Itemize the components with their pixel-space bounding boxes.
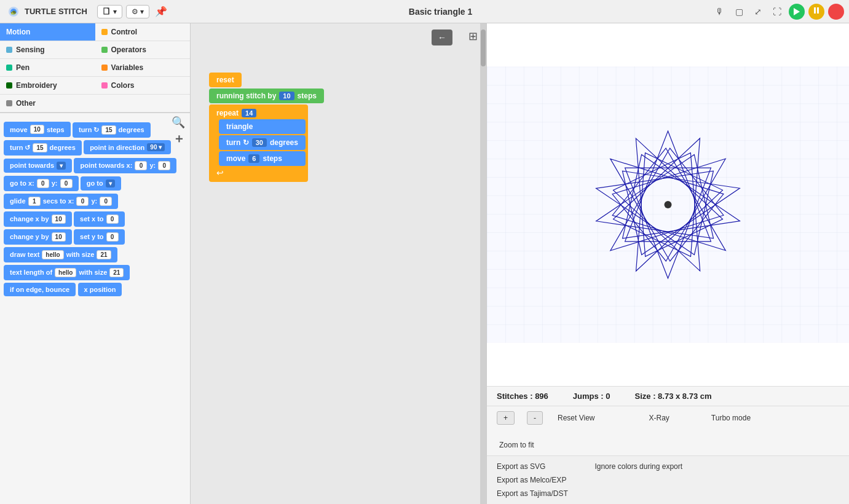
running-stitch-suffix: steps: [298, 92, 317, 100]
zoom-out-button[interactable]: -: [527, 411, 543, 425]
block-running-stitch[interactable]: running stitch by 10 steps: [209, 89, 324, 103]
cat-other[interactable]: Other: [0, 95, 190, 112]
back-button[interactable]: ←: [432, 30, 452, 45]
cat-other-dot: [6, 100, 12, 106]
scrollbar-track[interactable]: [480, 23, 486, 504]
play-button[interactable]: [789, 4, 805, 20]
export-svg-link[interactable]: Export as SVG: [497, 462, 545, 471]
play-icon: [794, 8, 800, 15]
triangle-label: triangle: [226, 122, 253, 131]
block-point-towards[interactable]: point towards ▾: [4, 159, 72, 173]
repeat-val: 14: [242, 109, 256, 117]
cat-other-label: Other: [16, 99, 36, 108]
mic-button[interactable]: 🎙: [712, 5, 728, 18]
block-go-to[interactable]: go to ▾: [81, 176, 121, 191]
pause-button[interactable]: [808, 4, 824, 20]
svg-point-23: [665, 201, 672, 208]
turn-suffix: degrees: [270, 138, 298, 147]
stop-button[interactable]: [828, 4, 844, 20]
move-script-suffix: steps: [263, 154, 282, 163]
cat-embroidery-label: Embroidery: [16, 81, 57, 90]
file-btn-label: ▾: [113, 7, 117, 16]
block-turn[interactable]: turn ↻ 30 degrees: [219, 135, 306, 150]
block-if-on-edge-bounce[interactable]: if on edge, bounce: [4, 283, 76, 296]
search-icon[interactable]: 🔍: [172, 116, 185, 129]
zoom-in-button[interactable]: +: [497, 411, 515, 425]
cat-control-label: Control: [111, 28, 138, 36]
export-row-2: Export as Melco/EXP: [497, 476, 839, 484]
settings-button[interactable]: ⚙ ▾: [126, 5, 149, 18]
block-set-y[interactable]: set y to 0: [74, 229, 125, 245]
fullscreen-button[interactable]: ⛶: [769, 5, 785, 18]
block-turn-left[interactable]: turn ↺ 15 degrees: [4, 140, 82, 156]
cat-control[interactable]: Control: [95, 23, 191, 41]
block-x-position[interactable]: x position: [78, 283, 122, 296]
cat-operators-label: Operators: [111, 45, 146, 54]
repeat-close: ↩: [211, 166, 306, 179]
block-reset[interactable]: reset: [209, 73, 242, 87]
block-text-length[interactable]: text length of hello with size 21: [4, 265, 130, 280]
zoom-fit-button[interactable]: Zoom to fit: [497, 439, 537, 451]
cat-colors[interactable]: Colors: [95, 77, 191, 95]
turn-label: turn ↻: [226, 138, 249, 147]
repeat-label: repeat: [216, 109, 239, 117]
resize-button[interactable]: ⤢: [751, 5, 765, 18]
script-blocks: reset running stitch by 10 steps repeat …: [209, 73, 324, 182]
block-change-x[interactable]: change x by 10: [4, 211, 72, 227]
block-glide[interactable]: glide 1 secs to x: 0 y: 0: [4, 194, 118, 209]
cat-embroidery[interactable]: Embroidery: [0, 77, 95, 95]
block-turn-right[interactable]: turn ↻ 15 degrees: [73, 122, 151, 138]
settings-btn-label: ⚙ ▾: [132, 7, 144, 16]
cat-variables[interactable]: Variables: [95, 59, 191, 77]
pin-button[interactable]: 📌: [153, 4, 169, 19]
embroidery-canvas: [487, 23, 849, 386]
canvas-area: [487, 23, 849, 386]
svg-rect-6: [817, 7, 819, 14]
topbar: 🐢 TURTLE STITCH ▾ ⚙ ▾ 📌 Basic triangle 1…: [0, 0, 849, 23]
block-move-script[interactable]: move 6 steps: [219, 151, 306, 166]
cat-variables-dot: [101, 65, 108, 71]
file-button[interactable]: ▾: [97, 5, 122, 18]
turn-val: 30: [252, 138, 267, 147]
cat-operators[interactable]: Operators: [95, 41, 191, 59]
controls-bar: + - Reset View X-Ray Turbo mode Zoom to …: [487, 406, 849, 455]
cat-sensing[interactable]: Sensing: [0, 41, 95, 59]
zoom-fit-row: Zoom to fit: [497, 439, 839, 451]
window-button[interactable]: ▢: [732, 5, 747, 18]
block-repeat-wrapper: repeat 14 triangle turn ↻ 30 degrees: [209, 104, 308, 182]
block-triangle[interactable]: triangle: [219, 119, 306, 134]
export-row-1: Export as SVG Ignore colors during expor…: [497, 462, 839, 471]
script-area[interactable]: ← ⊞ reset running stitch by 10 steps: [191, 23, 486, 504]
cat-pen-label: Pen: [16, 63, 30, 72]
cat-sensing-dot: [6, 47, 12, 53]
cat-operators-dot: [101, 47, 108, 53]
block-repeat-header[interactable]: repeat 14: [211, 107, 261, 119]
turbo-button[interactable]: Turbo mode: [709, 412, 753, 423]
embroidery-preview: Stitches : 896 Jumps : 0 Size : 8.73 x 8…: [486, 23, 849, 504]
running-stitch-val: 10: [279, 92, 294, 100]
svg-marker-4: [794, 8, 800, 15]
reset-view-button[interactable]: Reset View: [555, 412, 597, 423]
block-change-y[interactable]: change y by 10: [4, 229, 72, 245]
add-block-icon[interactable]: ＋: [173, 130, 185, 147]
export-melco-link[interactable]: Export as Melco/EXP: [497, 476, 566, 484]
blocks-palette: 🔍 ＋ move 10 steps turn ↻ 15 degrees turn…: [0, 113, 190, 504]
export-tajima-link[interactable]: Export as Tajima/DST: [497, 489, 568, 498]
repeat-body: triangle turn ↻ 30 degrees move 6 steps: [219, 119, 306, 166]
block-draw-text[interactable]: draw text hello with size 21: [4, 247, 117, 262]
cat-motion[interactable]: Motion: [0, 23, 95, 41]
block-move[interactable]: move 10 steps: [4, 122, 71, 137]
pause-icon: [813, 7, 819, 14]
block-go-to-xy[interactable]: go to x: 0 y: 0: [4, 176, 79, 191]
main-layout: Motion Control Sensing Operators Pen Var…: [0, 23, 849, 504]
cat-pen[interactable]: Pen: [0, 59, 95, 77]
block-set-x[interactable]: set x to 0: [74, 211, 125, 227]
block-point-direction[interactable]: point in direction 90 ▾: [84, 140, 171, 154]
grid-toggle-icon[interactable]: ⊞: [468, 30, 478, 43]
size-stat: Size : 8.73 x 8.73 cm: [635, 392, 712, 401]
turtle-logo-icon: 🐢: [5, 3, 22, 20]
info-bar: Stitches : 896 Jumps : 0 Size : 8.73 x 8…: [487, 386, 849, 406]
xray-button[interactable]: X-Ray: [647, 412, 672, 423]
block-point-towards-xy[interactable]: point towards x: 0 y: 0: [74, 158, 176, 173]
cat-control-dot: [101, 29, 108, 35]
